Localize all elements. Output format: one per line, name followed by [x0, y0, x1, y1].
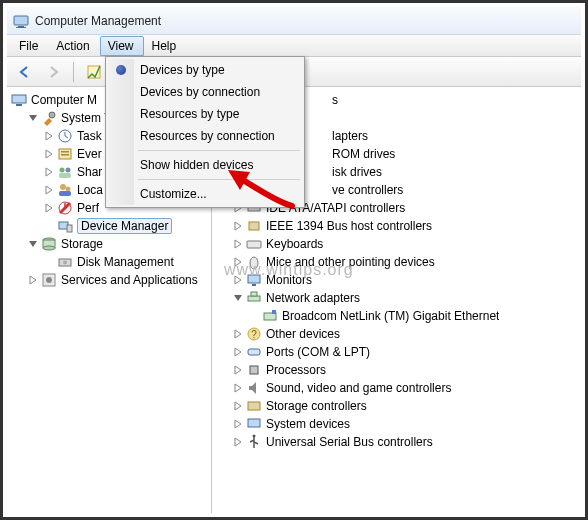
svg-rect-42	[248, 402, 260, 410]
tree-processors[interactable]: Processors	[212, 361, 581, 379]
tree-storage-controllers[interactable]: Storage controllers	[212, 397, 581, 415]
tree-other-devices[interactable]: ? Other devices	[212, 325, 581, 343]
sound-icon	[246, 380, 262, 396]
tree-label: System T	[61, 111, 111, 125]
tree-sound[interactable]: Sound, video and game controllers	[212, 379, 581, 397]
menu-customize[interactable]: Customize...	[108, 183, 302, 205]
expand-icon[interactable]	[232, 382, 244, 394]
expand-icon[interactable]	[232, 400, 244, 412]
menu-help[interactable]: Help	[144, 36, 187, 56]
expand-icon[interactable]	[27, 112, 39, 124]
svg-point-25	[63, 261, 67, 265]
svg-point-31	[250, 257, 258, 269]
svg-point-15	[60, 184, 66, 190]
tree-label: Processors	[266, 363, 326, 377]
tree-label: Broadcom NetLink (TM) Gigabit Ethernet	[282, 309, 499, 323]
expand-icon[interactable]	[232, 436, 244, 448]
mouse-icon	[246, 254, 262, 270]
app-icon	[13, 13, 29, 29]
usb-icon	[246, 434, 262, 450]
tree-label: Other devices	[266, 327, 340, 341]
tree-ieee1394[interactable]: IEEE 1394 Bus host controllers	[212, 217, 581, 235]
expand-icon[interactable]	[232, 292, 244, 304]
tree-disk-management[interactable]: Disk Management	[7, 253, 211, 271]
tree-label: isk drives	[332, 165, 382, 179]
menu-file[interactable]: File	[11, 36, 48, 56]
expand-icon[interactable]	[232, 364, 244, 376]
expand-icon[interactable]	[43, 130, 55, 142]
tree-broadcom-adapter[interactable]: Broadcom NetLink (TM) Gigabit Ethernet	[212, 307, 581, 325]
svg-rect-33	[252, 284, 256, 286]
properties-button[interactable]	[82, 60, 106, 84]
firewire-icon	[246, 218, 262, 234]
svg-rect-37	[272, 310, 276, 314]
expand-icon[interactable]	[232, 238, 244, 250]
tree-storage[interactable]: Storage	[7, 235, 211, 253]
window: Computer Management File Action View Hel…	[7, 7, 581, 513]
menu-view[interactable]: View	[100, 36, 144, 56]
nav-back-button[interactable]	[13, 60, 37, 84]
menu-item-label: Devices by connection	[140, 85, 260, 99]
menubar: File Action View Help	[7, 35, 581, 57]
svg-point-12	[60, 168, 65, 173]
tree-label: Ever	[77, 147, 102, 161]
tree-ports[interactable]: Ports (COM & LPT)	[212, 343, 581, 361]
svg-text:?: ?	[251, 329, 257, 340]
svg-rect-17	[59, 191, 71, 196]
expand-icon[interactable]	[43, 166, 55, 178]
tree-monitors[interactable]: Monitors	[212, 271, 581, 289]
expand-icon[interactable]	[232, 220, 244, 232]
menu-action[interactable]: Action	[48, 36, 99, 56]
network-icon	[246, 290, 262, 306]
tree-system-devices[interactable]: System devices	[212, 415, 581, 433]
tree-mice[interactable]: Mice and other pointing devices	[212, 253, 581, 271]
expand-icon[interactable]	[43, 202, 55, 214]
svg-rect-0	[14, 16, 28, 25]
expand-icon[interactable]	[232, 346, 244, 358]
menu-resources-by-connection[interactable]: Resources by connection	[108, 125, 302, 147]
svg-point-27	[46, 277, 52, 283]
expand-icon[interactable]	[27, 274, 39, 286]
tree-keyboards[interactable]: Keyboards	[212, 235, 581, 253]
expand-icon[interactable]	[232, 256, 244, 268]
radio-bullet-icon	[116, 65, 126, 75]
svg-rect-29	[249, 222, 259, 230]
tree-label: Computer M	[31, 93, 97, 107]
expand-icon[interactable]	[232, 274, 244, 286]
nav-forward-button[interactable]	[41, 60, 65, 84]
tree-services-apps[interactable]: Services and Applications	[7, 271, 211, 289]
menu-devices-by-type[interactable]: Devices by type	[108, 59, 302, 81]
menu-resources-by-type[interactable]: Resources by type	[108, 103, 302, 125]
svg-rect-10	[61, 151, 69, 153]
svg-rect-30	[247, 241, 261, 248]
menu-show-hidden-devices[interactable]: Show hidden devices	[108, 154, 302, 176]
tree-label: Storage	[61, 237, 103, 251]
tree-label: Monitors	[266, 273, 312, 287]
view-dropdown-menu: Devices by type Devices by connection Re…	[105, 56, 305, 208]
expand-icon[interactable]	[232, 328, 244, 340]
other-icon: ?	[246, 326, 262, 342]
tree-label: Task	[77, 129, 102, 143]
computer-icon	[11, 92, 27, 108]
tree-network-adapters[interactable]: Network adapters	[212, 289, 581, 307]
expand-icon[interactable]	[43, 184, 55, 196]
svg-rect-35	[251, 292, 257, 296]
keyboard-icon	[246, 236, 262, 252]
window-title: Computer Management	[35, 14, 161, 28]
expand-icon[interactable]	[43, 148, 55, 160]
menu-separator	[138, 150, 300, 151]
svg-rect-2	[16, 27, 26, 28]
tree-usb[interactable]: Universal Serial Bus controllers	[212, 433, 581, 451]
system-icon	[246, 416, 262, 432]
tree-device-manager[interactable]: Device Manager	[7, 217, 211, 235]
svg-rect-40	[248, 349, 260, 355]
expand-icon[interactable]	[27, 238, 39, 250]
tree-label: Network adapters	[266, 291, 360, 305]
expand-icon[interactable]	[232, 418, 244, 430]
tree-label: Perf	[77, 201, 99, 215]
disk-icon	[57, 254, 73, 270]
tree-label: Universal Serial Bus controllers	[266, 435, 433, 449]
svg-rect-5	[12, 95, 26, 103]
users-icon	[57, 182, 73, 198]
menu-devices-by-connection[interactable]: Devices by connection	[108, 81, 302, 103]
